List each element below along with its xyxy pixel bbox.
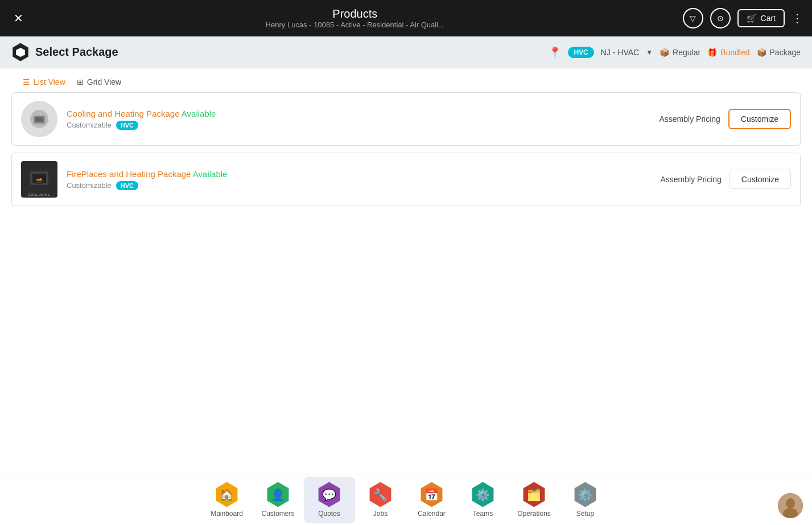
regular-label: Regular xyxy=(673,48,700,57)
cart-button[interactable]: 🛒 Cart xyxy=(737,9,785,27)
bundled-label: Bundled xyxy=(720,48,749,57)
customers-label: Customers xyxy=(261,510,294,518)
regular-icon: 📦 xyxy=(660,48,669,57)
customize-button-2[interactable]: Customize xyxy=(729,170,791,189)
package-info-2: FirePlaces and Heating Package Available… xyxy=(67,169,660,190)
hvc-small-badge-2: HVC xyxy=(116,181,138,190)
calendar-label: Calendar xyxy=(418,510,446,518)
package-available-2: Available xyxy=(193,169,228,179)
hex-logo xyxy=(11,43,30,61)
sub-header: Select Package 📍 HVC NJ - HVAC ▼ 📦 Regul… xyxy=(0,36,812,68)
customize-button-1[interactable]: Customize xyxy=(728,109,791,129)
list-view-button[interactable]: ☰ List View xyxy=(23,77,65,87)
region-name: NJ - HVAC xyxy=(601,48,639,57)
package-name-1: Cooling and Heating Package Available xyxy=(67,109,659,118)
customizable-label-1: Customizable xyxy=(67,121,112,129)
cart-label: Cart xyxy=(761,14,776,23)
operations-label: Operations xyxy=(517,510,551,518)
package-image-2 xyxy=(21,161,57,198)
sub-header-left: Select Package xyxy=(11,43,118,61)
package-name-2: FirePlaces and Heating Package Available xyxy=(67,169,660,179)
hvc-small-badge-1: HVC xyxy=(116,121,138,130)
settings-icon[interactable]: ⊙ xyxy=(710,8,731,28)
package-info-1: Cooling and Heating Package Available Cu… xyxy=(67,109,659,130)
teams-icon: ⚙️ xyxy=(471,482,496,507)
package-actions-2: Assembly Pricing Customize xyxy=(660,170,791,189)
sub-header-title: Select Package xyxy=(35,46,118,59)
svg-marker-0 xyxy=(16,48,25,57)
top-header: ✕ Products Henry Lucas - 10085 - Active … xyxy=(0,0,812,36)
header-left: ✕ xyxy=(9,9,27,27)
bottom-nav: 🏠 Mainboard 👤 Customers 💬 Quotes 🔧 Jobs … xyxy=(0,474,812,525)
customers-icon: 👤 xyxy=(266,482,291,507)
calendar-icon: 📅 xyxy=(419,482,444,507)
quotes-label: Quotes xyxy=(318,510,340,518)
mainboard-icon: 🏠 xyxy=(215,482,240,507)
grid-view-label: Grid View xyxy=(87,77,121,87)
svg-point-8 xyxy=(786,498,795,508)
package-icon: 📦 xyxy=(757,48,766,57)
jobs-icon: 🔧 xyxy=(368,482,393,507)
bundled-icon: 🎁 xyxy=(707,48,717,57)
grid-view-button[interactable]: ⊞ Grid View xyxy=(77,77,121,87)
view-toggle: ☰ List View ⊞ Grid View xyxy=(11,68,801,92)
nav-item-customers[interactable]: 👤 Customers xyxy=(253,477,304,523)
nav-item-quotes[interactable]: 💬 Quotes xyxy=(304,477,355,523)
filter-icon[interactable]: ▽ xyxy=(683,8,703,28)
assembly-pricing-1: Assembly Pricing xyxy=(659,114,720,124)
nav-item-jobs[interactable]: 🔧 Jobs xyxy=(355,477,406,523)
filter-regular[interactable]: 📦 Regular xyxy=(660,48,700,57)
jobs-label: Jobs xyxy=(373,510,388,518)
close-button[interactable]: ✕ xyxy=(9,9,27,27)
mainboard-label: Mainboard xyxy=(211,510,243,518)
package-image-1 xyxy=(21,101,57,137)
setup-icon: ⚙️ xyxy=(573,482,598,507)
assembly-pricing-2: Assembly Pricing xyxy=(660,175,721,184)
nav-item-setup[interactable]: ⚙️ Setup xyxy=(560,477,611,523)
page-title: Products xyxy=(27,7,683,20)
main-content: ☰ List View ⊞ Grid View Cooling and Heat… xyxy=(0,68,812,474)
filter-package[interactable]: 📦 Package xyxy=(757,48,801,57)
package-card-1: Cooling and Heating Package Available Cu… xyxy=(11,92,801,146)
svg-rect-3 xyxy=(35,117,43,122)
dropdown-arrow-icon[interactable]: ▼ xyxy=(646,48,653,56)
package-name-text-2: FirePlaces and Heating Package xyxy=(67,169,191,179)
nav-item-operations[interactable]: 🗂️ Operations xyxy=(509,477,560,523)
page-subtitle: Henry Lucas - 10085 - Active - Residenti… xyxy=(27,20,683,29)
operations-icon: 🗂️ xyxy=(522,482,547,507)
package-meta-2: Customizable HVC xyxy=(67,181,660,190)
setup-label: Setup xyxy=(576,510,594,518)
package-name-text-1: Cooling and Heating Package xyxy=(67,109,179,118)
hvc-badge[interactable]: HVC xyxy=(568,47,593,58)
location-icon: 📍 xyxy=(549,46,561,59)
quotes-icon: 💬 xyxy=(317,482,342,507)
list-view-label: List View xyxy=(34,77,65,87)
nav-item-calendar[interactable]: 📅 Calendar xyxy=(406,477,457,523)
list-view-icon: ☰ xyxy=(23,77,30,87)
package-label: Package xyxy=(770,48,801,57)
package-actions-1: Assembly Pricing Customize xyxy=(659,109,791,129)
teams-label: Teams xyxy=(473,510,493,518)
cart-icon: 🛒 xyxy=(747,14,756,23)
package-available-1: Available xyxy=(182,109,216,118)
nav-item-teams[interactable]: ⚙️ Teams xyxy=(457,477,509,523)
filter-bundled[interactable]: 🎁 Bundled xyxy=(707,48,749,57)
nav-item-mainboard[interactable]: 🏠 Mainboard xyxy=(201,477,253,523)
package-card-2: FirePlaces and Heating Package Available… xyxy=(11,153,801,206)
header-center: Products Henry Lucas - 10085 - Active - … xyxy=(27,7,683,29)
package-meta-1: Customizable HVC xyxy=(67,121,659,130)
user-avatar[interactable] xyxy=(778,493,803,518)
header-right: ▽ ⊙ 🛒 Cart ⋮ xyxy=(683,8,803,28)
customizable-label-2: Customizable xyxy=(67,181,112,190)
sub-header-right: 📍 HVC NJ - HVAC ▼ 📦 Regular 🎁 Bundled 📦 … xyxy=(549,46,801,59)
more-button[interactable]: ⋮ xyxy=(792,11,803,25)
svg-point-6 xyxy=(35,181,44,184)
grid-view-icon: ⊞ xyxy=(77,77,84,87)
